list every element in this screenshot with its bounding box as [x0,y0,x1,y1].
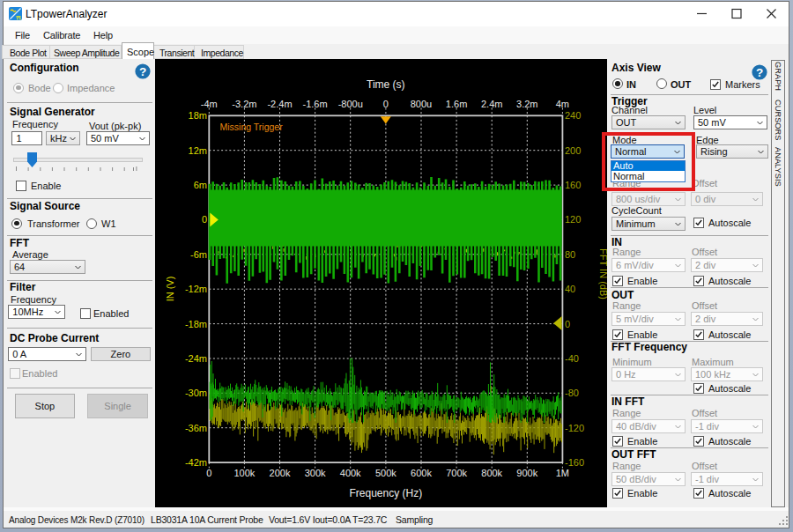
svg-text:0: 0 [565,319,570,329]
svg-text:?: ? [138,65,145,78]
svg-text:-1.6m: -1.6m [303,99,328,109]
svg-text:Frequency (Hz): Frequency (Hz) [349,487,422,499]
svg-text:-80: -80 [565,388,579,398]
svg-text:6m: 6m [194,180,207,190]
svg-text:800u: 800u [411,99,432,109]
svg-text:0: 0 [383,99,389,109]
svg-text:18m: 18m [189,110,207,121]
svg-text:1.6m: 1.6m [446,99,467,109]
svg-text:0: 0 [206,468,211,478]
svg-text:-120: -120 [565,423,584,433]
svg-text:600k: 600k [411,468,432,478]
svg-text:80: 80 [565,249,575,260]
svg-text:3.2m: 3.2m [516,99,537,109]
svg-text:120: 120 [565,214,581,225]
svg-text:-30m: -30m [185,388,207,398]
svg-text:400k: 400k [340,468,361,478]
svg-text:200: 200 [565,145,581,156]
svg-text:300k: 300k [305,468,326,478]
svg-text:-36m: -36m [185,423,207,433]
svg-text:-40: -40 [565,353,579,364]
svg-text:-800u: -800u [338,99,363,109]
svg-text:-2.4m: -2.4m [267,99,292,109]
svg-text:200k: 200k [270,468,291,478]
svg-text:1M: 1M [556,468,569,478]
svg-text:-3.2m: -3.2m [232,99,256,109]
svg-text:?: ? [756,65,763,78]
svg-text:FFT IN (dB): FFT IN (dB) [598,248,607,299]
svg-text:2.4m: 2.4m [481,99,502,109]
svg-text:900k: 900k [516,468,537,478]
svg-text:-12m: -12m [185,284,207,294]
svg-text:-4m: -4m [201,99,218,109]
svg-text:-18m: -18m [185,319,207,329]
svg-text:-160: -160 [565,457,584,468]
svg-text:240: 240 [565,110,581,121]
svg-text:700k: 700k [446,468,467,478]
svg-text:-6m: -6m [190,249,207,260]
svg-text:Missing Trigger: Missing Trigger [220,122,284,132]
svg-text:0: 0 [202,214,207,225]
svg-text:160: 160 [565,180,581,190]
svg-text:-24m: -24m [185,353,207,364]
svg-text:100k: 100k [233,468,255,478]
svg-text:4m: 4m [556,99,569,109]
svg-text:12m: 12m [189,145,207,156]
svg-text:Time (s): Time (s) [367,78,405,91]
svg-text:500k: 500k [375,468,396,478]
svg-text:-42m: -42m [185,457,207,468]
svg-text:800k: 800k [481,468,502,478]
svg-text:IN (V): IN (V) [165,277,175,302]
svg-text:40: 40 [565,284,575,294]
